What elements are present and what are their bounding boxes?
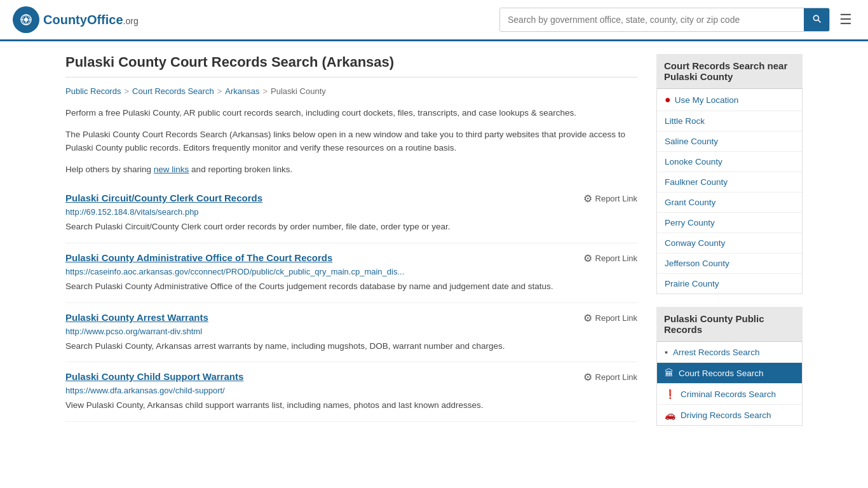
- result-desc: View Pulaski County, Arkansas child supp…: [65, 398, 637, 412]
- nearby-section: Court Records Search near Pulaski County…: [656, 54, 803, 294]
- public-records-link[interactable]: Driving Records Search: [681, 410, 771, 420]
- result-item: Pulaski County Arrest Warrants ⚙ Report …: [65, 303, 637, 363]
- search-bar: [499, 8, 830, 32]
- nearby-link[interactable]: Prairie County: [665, 279, 719, 288]
- description-3: Help others by sharing new links and rep…: [65, 163, 637, 177]
- report-label: Report Link: [595, 194, 637, 203]
- result-url[interactable]: http://69.152.184.8/vitals/search.php: [65, 207, 637, 217]
- breadcrumb: Public Records > Court Records Search > …: [65, 86, 637, 96]
- report-icon: ⚙: [583, 193, 592, 205]
- report-link[interactable]: ⚙ Report Link: [583, 193, 637, 205]
- description-2: The Pulaski County Court Records Search …: [65, 128, 637, 155]
- nearby-header: Court Records Search near Pulaski County: [656, 54, 803, 89]
- page-title: Pulaski County Court Records Search (Ark…: [65, 54, 637, 78]
- criminal-icon: ❗: [665, 389, 675, 399]
- main-container: Pulaski County Court Records Search (Ark…: [53, 41, 815, 451]
- report-link[interactable]: ⚙ Report Link: [583, 371, 637, 383]
- search-button[interactable]: [804, 8, 829, 31]
- list-item[interactable]: Perry County: [657, 213, 802, 233]
- description-3-pre: Help others by sharing: [65, 165, 154, 174]
- logo-text: CountyOffice.org: [43, 13, 139, 27]
- result-desc: Search Pulaski County Administrative Off…: [65, 280, 637, 294]
- result-item: Pulaski County Administrative Office of …: [65, 243, 637, 303]
- public-records-link[interactable]: Arrest Records Search: [673, 348, 760, 357]
- search-input[interactable]: [500, 10, 804, 30]
- result-item: Pulaski County Child Support Warrants ⚙ …: [65, 362, 637, 422]
- breadcrumb-pulaski: Pulaski County: [271, 86, 326, 96]
- breadcrumb-sep-2: >: [217, 86, 222, 96]
- list-item[interactable]: Prairie County: [657, 274, 802, 294]
- report-icon: ⚙: [583, 252, 592, 264]
- list-item[interactable]: ▪ Arrest Records Search: [657, 342, 802, 363]
- report-link[interactable]: ⚙ Report Link: [583, 312, 637, 324]
- nearby-link[interactable]: Conway County: [665, 238, 725, 248]
- result-url[interactable]: http://www.pcso.org/warrant-div.shtml: [65, 327, 637, 336]
- report-icon: ⚙: [583, 371, 592, 383]
- result-url[interactable]: https://caseinfo.aoc.arkansas.gov/cconne…: [65, 267, 637, 276]
- public-records-section: Pulaski County Public Records ▪ Arrest R…: [656, 307, 803, 426]
- list-item-active[interactable]: 🏛 Court Records Search: [657, 363, 802, 384]
- report-icon: ⚙: [583, 312, 592, 324]
- results-list: Pulaski Circuit/County Clerk Court Recor…: [65, 184, 637, 421]
- description-3-post: and reporting broken links.: [189, 165, 292, 174]
- public-records-header: Pulaski County Public Records: [656, 307, 803, 342]
- report-link[interactable]: ⚙ Report Link: [583, 252, 637, 264]
- new-links[interactable]: new links: [154, 165, 189, 174]
- court-icon: 🏛: [665, 368, 674, 378]
- list-item[interactable]: 🚗 Driving Records Search: [657, 405, 802, 425]
- nearby-link[interactable]: Lonoke County: [665, 157, 722, 166]
- result-header: Pulaski County Child Support Warrants ⚙ …: [65, 371, 637, 383]
- list-item[interactable]: Faulkner County: [657, 172, 802, 193]
- public-records-list: ▪ Arrest Records Search 🏛 Court Records …: [656, 342, 803, 426]
- use-location-item[interactable]: ● Use My Location: [657, 89, 802, 111]
- nearby-link[interactable]: Jefferson County: [665, 259, 729, 268]
- list-item[interactable]: Grant County: [657, 193, 802, 213]
- list-item[interactable]: Jefferson County: [657, 254, 802, 274]
- location-icon: ●: [665, 94, 671, 105]
- list-item[interactable]: Saline County: [657, 132, 802, 152]
- breadcrumb-public-records[interactable]: Public Records: [65, 86, 121, 96]
- header-right: ☰: [499, 8, 855, 32]
- nearby-link[interactable]: Perry County: [665, 218, 715, 227]
- result-title[interactable]: Pulaski County Arrest Warrants: [65, 312, 208, 323]
- breadcrumb-sep-1: >: [124, 86, 129, 96]
- result-title[interactable]: Pulaski County Administrative Office of …: [65, 252, 332, 263]
- logo-icon: [13, 6, 39, 33]
- result-title[interactable]: Pulaski Circuit/County Clerk Court Recor…: [65, 193, 262, 203]
- arrest-icon: ▪: [665, 347, 668, 357]
- site-header: CountyOffice.org ☰: [0, 0, 868, 41]
- public-records-link[interactable]: Criminal Records Search: [681, 390, 776, 399]
- nearby-list: ● Use My Location Little Rock Saline Cou…: [656, 89, 803, 294]
- driving-icon: 🚗: [665, 410, 675, 420]
- svg-point-2: [24, 18, 28, 22]
- menu-icon[interactable]: ☰: [836, 8, 855, 31]
- result-item: Pulaski Circuit/County Clerk Court Recor…: [65, 184, 637, 243]
- report-label: Report Link: [595, 313, 637, 323]
- logo[interactable]: CountyOffice.org: [13, 6, 139, 33]
- list-item[interactable]: Little Rock: [657, 111, 802, 132]
- breadcrumb-court-records[interactable]: Court Records Search: [132, 86, 214, 96]
- use-location-link[interactable]: Use My Location: [675, 95, 739, 105]
- breadcrumb-sep-3: >: [262, 86, 268, 96]
- result-desc: Search Pulaski County, Arkansas arrest w…: [65, 339, 637, 353]
- report-label: Report Link: [595, 372, 637, 382]
- breadcrumb-arkansas[interactable]: Arkansas: [225, 86, 259, 96]
- result-header: Pulaski Circuit/County Clerk Court Recor…: [65, 193, 637, 205]
- result-title[interactable]: Pulaski County Child Support Warrants: [65, 371, 243, 382]
- description-1: Perform a free Pulaski County, AR public…: [65, 106, 637, 120]
- result-desc: Search Pulaski Circuit/County Clerk cour…: [65, 220, 637, 234]
- content-area: Pulaski County Court Records Search (Ark…: [65, 54, 637, 438]
- list-item[interactable]: ❗ Criminal Records Search: [657, 384, 802, 405]
- list-item[interactable]: Conway County: [657, 233, 802, 254]
- nearby-link[interactable]: Saline County: [665, 137, 718, 146]
- list-item[interactable]: Lonoke County: [657, 152, 802, 172]
- nearby-link[interactable]: Grant County: [665, 198, 715, 207]
- sidebar: Court Records Search near Pulaski County…: [656, 54, 803, 438]
- report-label: Report Link: [595, 254, 637, 263]
- result-header: Pulaski County Administrative Office of …: [65, 252, 637, 264]
- nearby-link[interactable]: Faulkner County: [665, 177, 728, 187]
- result-url[interactable]: https://www.dfa.arkansas.gov/child-suppo…: [65, 386, 637, 395]
- public-records-link-active[interactable]: Court Records Search: [679, 369, 764, 378]
- result-header: Pulaski County Arrest Warrants ⚙ Report …: [65, 312, 637, 324]
- nearby-link[interactable]: Little Rock: [665, 116, 705, 126]
